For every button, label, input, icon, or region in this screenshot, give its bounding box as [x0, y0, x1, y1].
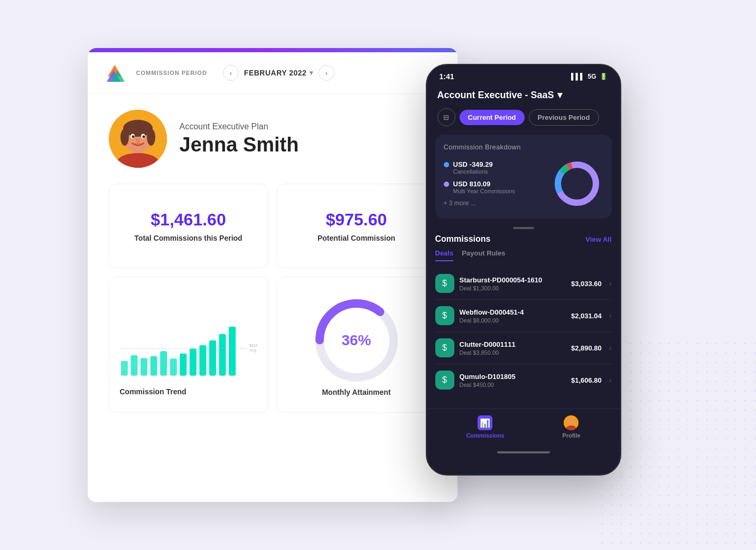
signal-bars-icon: ▌▌▌	[571, 73, 585, 80]
deal-name-2: Clutter-D0001111	[460, 340, 516, 348]
mobile-app: 1:41 ▌▌▌ 5G 🔋 Account Executive - SaaS ▾…	[426, 64, 621, 476]
svg-text:F: F	[133, 369, 135, 374]
mobile-bottom-nav: 📊 Commissions Profile	[427, 409, 620, 449]
next-period-button[interactable]: ›	[319, 65, 334, 81]
commissions-section-title: Commissions	[435, 234, 491, 244]
period-chevron-down-icon: ▾	[310, 69, 313, 77]
total-commissions-value: $1,461.60	[151, 210, 226, 230]
tab-payout-rules[interactable]: Payout Rules	[462, 249, 505, 261]
mobile-time: 1:41	[440, 72, 454, 81]
user-info: Account Executive Plan Jenna Smith	[180, 122, 299, 156]
mobile-plan-chevron-icon: ▾	[557, 89, 562, 101]
deal-chevron-icon-1: ›	[609, 311, 612, 320]
deal-name-1: Webflow-D000451-4	[460, 308, 524, 316]
mobile-plan-title: Account Executive - SaaS ▾	[437, 89, 562, 101]
app-content: Account Executive Plan Jenna Smith $1,46…	[88, 94, 458, 429]
deal-icon-3: $	[435, 371, 454, 390]
deal-amount-3: $1,606.80	[571, 376, 602, 384]
prev-period-button[interactable]: ‹	[223, 65, 239, 81]
svg-point-8	[120, 129, 129, 146]
deal-chevron-icon-0: ›	[609, 279, 612, 288]
svg-text:A: A	[191, 369, 194, 374]
drag-handle	[513, 227, 534, 229]
trend-chart-title: Commission Trend	[120, 387, 186, 396]
svg-text:N: N	[221, 369, 223, 374]
deal-chevron-icon-3: ›	[609, 376, 612, 384]
svg-text:O: O	[211, 369, 214, 374]
svg-text:D: D	[230, 369, 233, 374]
tab-deals[interactable]: Deals	[435, 249, 454, 261]
bar-chart-svg: $216.74 Avg	[120, 297, 257, 381]
attainment-label: Monthly Attainment	[322, 388, 390, 396]
deal-chevron-icon-2: ›	[609, 344, 612, 352]
legend-dot-cancellations	[444, 162, 449, 167]
deal-icon-2: $	[435, 338, 454, 357]
commission-breakdown-card: Commission Breakdown USD -349.29 Cancell…	[435, 135, 612, 219]
tabs-row: Deals Payout Rules	[435, 249, 612, 261]
commissions-nav-icon: 📊	[478, 415, 492, 430]
svg-text:$216.74: $216.74	[249, 343, 257, 348]
breakdown-legend: USD -349.29 Cancellations USD 810.09 Mul…	[444, 160, 542, 207]
svg-text:M: M	[162, 369, 165, 374]
breakdown-content: USD -349.29 Cancellations USD 810.09 Mul…	[444, 157, 603, 210]
deal-name-3: Qumulo-D101805	[460, 373, 516, 381]
more-items-label: + 3 more ...	[444, 200, 542, 207]
total-commissions-card: $1,461.60 Total Commissions this Period	[109, 184, 268, 268]
svg-rect-28	[229, 327, 236, 376]
svg-point-12	[132, 136, 134, 138]
deal-row-3[interactable]: $ Qumulo-D101805 Deal $450.00 $1,606.80 …	[435, 364, 612, 396]
breakdown-title: Commission Breakdown	[444, 143, 603, 151]
mobile-period-buttons: ⊟ Current Period Previous Period	[427, 108, 620, 135]
total-commissions-label: Total Commissions this Period	[134, 234, 242, 242]
nav-label-commissions: Commissions	[466, 432, 504, 439]
legend-item-cancellations: USD -349.29 Cancellations	[444, 160, 542, 175]
app-logo-icon	[104, 62, 126, 84]
deal-sub-1: Deal $8,000.00	[460, 317, 524, 324]
svg-point-49	[568, 418, 574, 425]
avatar	[109, 110, 167, 168]
previous-period-button[interactable]: Previous Period	[529, 109, 599, 126]
filter-button[interactable]: ⊟	[437, 108, 455, 126]
potential-commission-label: Potential Commission	[318, 234, 395, 242]
section-header: Commissions View All	[435, 234, 612, 244]
legend-item-multi-year: USD 810.09 Multi Year Commissions	[444, 180, 542, 194]
legend-dot-multi-year	[444, 182, 449, 187]
current-period-button[interactable]: Current Period	[460, 110, 525, 125]
deal-amount-2: $2,890.80	[571, 344, 602, 352]
svg-text:J: J	[123, 369, 125, 374]
svg-text:A: A	[152, 369, 155, 374]
legend-text-cancellations: USD -349.29 Cancellations	[453, 160, 493, 175]
desktop-app-window: COMMISSION PERIOD ‹ FEBRUARY 2022 ▾ ›	[88, 48, 458, 502]
monthly-attainment-card: 36% Monthly Attainment	[277, 277, 436, 413]
svg-text:Avg: Avg	[249, 348, 256, 353]
mobile-status-bar: 1:41 ▌▌▌ 5G 🔋	[427, 65, 620, 85]
deal-sub-0: Deal $1,300.00	[460, 285, 543, 291]
breakdown-donut-svg	[550, 157, 603, 210]
deal-sub-2: Deal $3,850.00	[460, 349, 516, 356]
svg-text:M: M	[142, 369, 145, 374]
deal-sub-3: Deal $450.00	[460, 382, 516, 388]
deal-amount-1: $2,031.04	[571, 312, 602, 320]
deal-name-0: Starburst-PD000054-1610	[460, 276, 543, 284]
home-indicator	[497, 451, 550, 453]
legend-text-multi-year: USD 810.09 Multi Year Commissions	[453, 180, 515, 194]
stats-grid: $1,461.60 Total Commissions this Period …	[109, 184, 436, 413]
period-selector[interactable]: FEBRUARY 2022 ▾	[244, 69, 313, 77]
deal-row-2[interactable]: $ Clutter-D0001111 Deal $3,850.00 $2,890…	[435, 332, 612, 364]
potential-commission-card: $975.60 Potential Commission	[277, 184, 436, 268]
bar-chart-area: $216.74 Avg	[120, 297, 257, 383]
svg-point-9	[147, 129, 155, 146]
period-nav: ‹ FEBRUARY 2022 ▾ ›	[223, 65, 334, 81]
view-all-button[interactable]: View All	[585, 235, 611, 243]
commissions-section: Commissions View All Deals Payout Rules …	[427, 232, 620, 404]
status-icons: ▌▌▌ 5G 🔋	[571, 73, 608, 80]
potential-commission-value: $975.60	[326, 210, 387, 230]
mobile-header: Account Executive - SaaS ▾	[427, 85, 620, 108]
nav-item-profile[interactable]: Profile	[562, 415, 580, 439]
deal-amount-0: $3,033.60	[571, 280, 602, 288]
deal-row-1[interactable]: $ Webflow-D000451-4 Deal $8,000.00 $2,03…	[435, 300, 612, 332]
donut-chart-container: 36%	[309, 293, 404, 388]
deal-row-0[interactable]: $ Starburst-PD000054-1610 Deal $1,300.00…	[435, 268, 612, 300]
nav-item-commissions[interactable]: 📊 Commissions	[466, 415, 504, 439]
plan-name: Account Executive Plan	[180, 122, 299, 131]
